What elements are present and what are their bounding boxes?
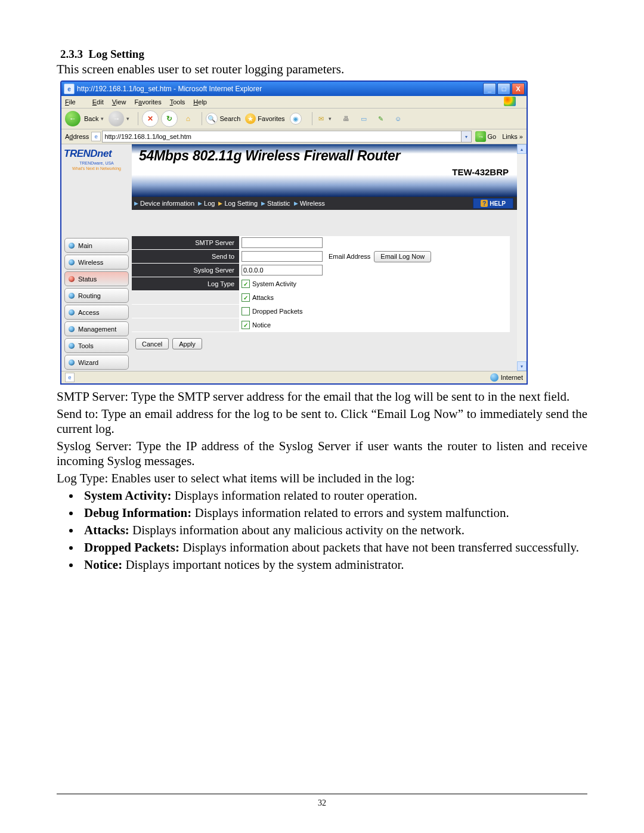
search-icon: 🔍 — [206, 113, 218, 125]
syslog-server-input[interactable] — [242, 265, 323, 275]
blank-label — [132, 318, 239, 332]
cancel-button[interactable]: Cancel — [135, 338, 169, 349]
maximize-button[interactable]: □ — [497, 83, 510, 95]
windows-logo-icon — [504, 97, 516, 106]
system-activity-label: System Activity — [252, 280, 296, 287]
media-icon: ◉ — [290, 113, 302, 125]
subnav-statistic[interactable]: Statistic — [267, 200, 290, 207]
email-log-now-button[interactable]: Email Log Now — [374, 251, 431, 262]
bullet-notice: Notice: Displays important notices by th… — [80, 558, 587, 572]
doc-text: SMTP Server: Type the SMTP server addres… — [57, 389, 587, 572]
sidebar-item-access[interactable]: Access — [64, 305, 129, 320]
address-label: Address — [65, 133, 89, 140]
side-nav: Main Wireless Status Routing Access Mana… — [61, 197, 132, 370]
back-label[interactable]: Back — [84, 115, 98, 122]
router-left-panel: TRENDnet TRENDware, USA What's Next in N… — [61, 144, 132, 371]
scrollbar[interactable]: ▴ ▾ — [517, 144, 527, 371]
logo-text: TRENDnet — [64, 148, 129, 160]
sidebar-item-wireless[interactable]: Wireless — [64, 255, 129, 270]
footer-rule — [57, 794, 587, 794]
search-button[interactable]: 🔍Search — [206, 113, 240, 125]
attacks-checkbox[interactable]: ✓ — [242, 293, 250, 302]
dot-icon — [69, 243, 75, 249]
refresh-button[interactable]: ↻ — [161, 110, 178, 127]
links-label[interactable]: Links » — [502, 133, 523, 140]
send-to-input[interactable] — [242, 251, 323, 262]
dot-icon — [69, 293, 75, 299]
logo-tagline: What's Next in Networking — [64, 166, 129, 171]
dot-icon — [69, 326, 75, 332]
apply-button[interactable]: Apply — [172, 338, 202, 349]
arrow-icon: ▶ — [294, 200, 298, 206]
intro-text: This screen enables user to set router l… — [57, 62, 587, 77]
dropped-packets-checkbox[interactable]: ✓ — [242, 307, 250, 315]
discuss-button[interactable]: ✎ — [376, 113, 388, 124]
favorites-button[interactable]: ★Favorites — [245, 113, 284, 124]
sidebar-item-tools[interactable]: Tools — [64, 338, 129, 353]
globe-icon — [490, 373, 499, 382]
home-button[interactable]: ⌂ — [180, 111, 196, 126]
logtype-intro: Log Type: Enables user to select what it… — [57, 471, 587, 486]
smtp-description: SMTP Server: Type the SMTP server addres… — [57, 389, 587, 404]
form-buttons: Cancel Apply — [132, 332, 510, 349]
subnav-wireless[interactable]: Wireless — [300, 200, 325, 207]
minimize-button[interactable]: _ — [483, 83, 496, 95]
mail-button[interactable]: ✉▾ — [316, 113, 336, 124]
logo-subtitle: TRENDware, USA — [64, 161, 129, 165]
forward-button[interactable]: → — [109, 111, 124, 126]
dot-icon — [69, 309, 75, 315]
menu-edit[interactable]: Edit — [92, 98, 104, 106]
syslog-description: Syslog Server: Type the IP address of th… — [57, 439, 587, 469]
stop-button[interactable]: ✕ — [142, 110, 159, 127]
close-button[interactable]: X — [512, 83, 525, 95]
ie-app-icon: e — [64, 83, 75, 94]
sidebar-item-main[interactable]: Main — [64, 238, 129, 253]
menu-tools[interactable]: Tools — [170, 98, 185, 106]
print-button[interactable]: 🖶 — [341, 113, 354, 124]
menu-help[interactable]: Help — [193, 98, 207, 106]
section-number: 2.3.3 — [60, 48, 83, 60]
back-dropdown-icon[interactable]: ▾ — [101, 116, 104, 122]
sidebar-item-status[interactable]: Status — [64, 271, 129, 286]
media-button[interactable]: ◉ — [290, 113, 304, 125]
zone-label: Internet — [501, 374, 523, 381]
mail-icon: ✉ — [316, 113, 327, 124]
sidebar-item-routing[interactable]: Routing — [64, 288, 129, 303]
sidebar-item-management[interactable]: Management — [64, 321, 129, 336]
subnav-log-setting[interactable]: Log Setting — [224, 200, 258, 207]
help-button[interactable]: HELP — [473, 198, 513, 209]
scroll-up-icon[interactable]: ▴ — [517, 144, 527, 154]
ie-page-icon: e — [91, 132, 101, 141]
bullet-debug-info: Debug Information: Displays information … — [80, 506, 587, 521]
menu-file[interactable]: File — [65, 98, 84, 106]
notice-checkbox[interactable]: ✓ — [242, 321, 250, 329]
back-button[interactable]: ← — [65, 111, 80, 126]
ie-titlebar: e http://192.168.1.1/log_set.htm - Micro… — [61, 82, 527, 96]
log-type-label: Log Type — [132, 277, 239, 290]
arrow-icon: ▶ — [198, 200, 202, 206]
dropped-packets-label: Dropped Packets — [252, 308, 302, 315]
attacks-label: Attacks — [252, 294, 274, 301]
router-page: TRENDnet TRENDware, USA What's Next in N… — [61, 144, 527, 371]
messenger-button[interactable]: ☺ — [393, 113, 405, 124]
email-address-label: Email Address — [329, 253, 370, 260]
smtp-server-input[interactable] — [242, 237, 323, 248]
scroll-down-icon[interactable]: ▾ — [517, 361, 527, 371]
go-button[interactable]: →Go — [475, 131, 496, 142]
sidebar-item-wizard[interactable]: Wizard — [64, 355, 129, 370]
edit-button[interactable]: ▭ — [358, 113, 371, 124]
menu-favorites[interactable]: Favorites — [134, 98, 161, 106]
sendto-description: Send to: Type an email address for the l… — [57, 407, 587, 436]
messenger-icon: ☺ — [393, 113, 404, 124]
menu-view[interactable]: View — [112, 98, 126, 106]
dot-icon — [69, 360, 75, 366]
address-input[interactable] — [102, 131, 462, 143]
blank-label — [132, 291, 239, 304]
blank-label — [132, 305, 239, 318]
subnav-device-info[interactable]: Device information — [140, 200, 194, 207]
arrow-icon: ▶ — [218, 200, 222, 206]
address-dropdown-icon[interactable]: ▾ — [462, 131, 472, 143]
forward-dropdown-icon[interactable]: ▾ — [126, 116, 129, 122]
subnav-log[interactable]: Log — [204, 200, 215, 207]
system-activity-checkbox[interactable]: ✓ — [242, 280, 250, 288]
